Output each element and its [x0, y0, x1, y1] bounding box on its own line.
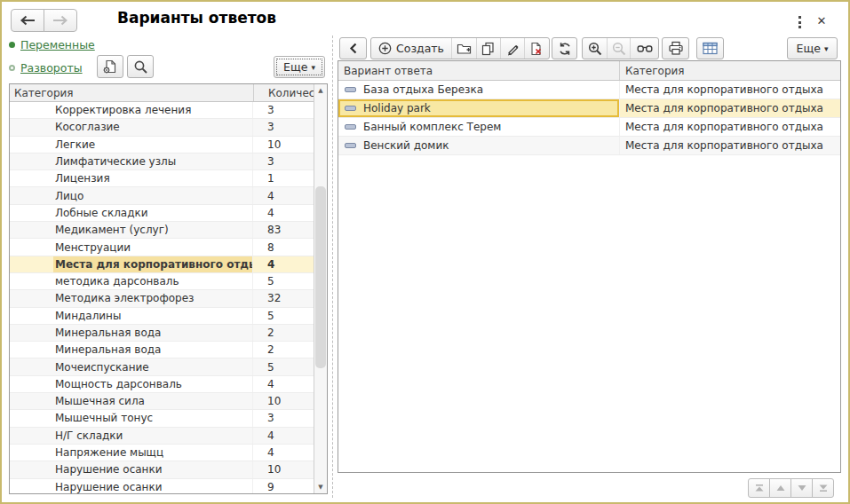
view-settings-button[interactable] — [630, 38, 658, 59]
count-cell[interactable]: 5 — [253, 358, 314, 374]
category-cell[interactable]: Места для корпоративного отдыха — [10, 256, 253, 272]
category-cell[interactable]: Лимфатические узлы — [10, 154, 253, 169]
go-up-button[interactable] — [769, 478, 791, 498]
category-cell[interactable]: Медикамент (услуг) — [10, 222, 253, 238]
category-cell[interactable]: методика дарсонваль — [10, 273, 253, 289]
column-header-category[interactable]: Категория — [10, 87, 253, 99]
table-row[interactable]: Лимфатические узлы3 — [10, 154, 314, 170]
table-row[interactable]: Мышечная сила10 — [10, 393, 314, 410]
table-row[interactable]: Holiday parkМеста для корпоративного отд… — [338, 99, 840, 118]
table-row[interactable]: методика дарсонваль5 — [10, 273, 314, 290]
category-cell[interactable]: Мочеиспускание — [10, 358, 253, 374]
search-button[interactable] — [127, 55, 154, 78]
delete-button[interactable] — [524, 38, 549, 59]
count-cell[interactable]: 3 — [253, 102, 314, 118]
table-row[interactable]: Корректировка лечения3 — [10, 102, 314, 119]
table-row[interactable]: Места для корпоративного отдыха4 — [10, 256, 314, 273]
table-row[interactable]: Лицензия1 — [10, 170, 314, 187]
category-cell[interactable]: Места для корпоративного отдыха — [619, 99, 840, 117]
count-cell[interactable]: 83 — [253, 222, 314, 238]
table-row[interactable]: Нарушение осанки10 — [10, 461, 314, 478]
table-row[interactable]: Банный комплекс ТеремМеста для корпорати… — [338, 118, 840, 137]
panel-splitter[interactable] — [332, 35, 335, 498]
table-row[interactable]: Косоглазие3 — [10, 119, 314, 136]
right-more-button[interactable]: Еще ▾ — [787, 37, 838, 59]
count-cell[interactable]: 2 — [253, 342, 314, 358]
answer-cell[interactable]: Банный комплекс Терем — [338, 118, 619, 136]
count-cell[interactable]: 9 — [253, 479, 314, 493]
table-row[interactable]: Медикамент (услуг)83 — [10, 222, 314, 239]
count-cell[interactable]: 3 — [253, 119, 314, 135]
count-cell[interactable]: 8 — [253, 239, 314, 255]
list-settings-button[interactable] — [97, 55, 123, 78]
table-row[interactable]: Мощность дарсонваль4 — [10, 376, 314, 393]
table-row[interactable]: Менструации8 — [10, 239, 314, 256]
category-cell[interactable]: Мощность дарсонваль — [10, 376, 253, 392]
category-cell[interactable]: Места для корпоративного отдыха — [619, 118, 840, 136]
count-cell[interactable]: 2 — [253, 325, 314, 341]
category-cell[interactable]: Места для корпоративного отдыха — [619, 81, 840, 98]
count-cell[interactable]: 4 — [253, 187, 314, 203]
close-icon[interactable]: ✕ — [813, 12, 830, 29]
table-row[interactable]: Н/Г складки4 — [10, 428, 314, 445]
vertical-scrollbar[interactable]: ▲ ▼ — [314, 84, 327, 493]
count-cell[interactable]: 3 — [253, 154, 314, 169]
left-more-button[interactable]: Еще ▾ — [274, 56, 325, 78]
column-header-answer[interactable]: Вариант ответа — [338, 65, 619, 77]
category-cell[interactable]: Минеральная вода — [10, 342, 253, 358]
table-row[interactable]: Напряжение мыщц4 — [10, 445, 314, 461]
category-cell[interactable]: Миндалины — [10, 308, 253, 324]
count-cell[interactable]: 10 — [253, 137, 314, 153]
table-row[interactable]: Мышечный тонус3 — [10, 410, 314, 427]
table-row[interactable]: Венский домикМеста для корпоративного от… — [338, 137, 840, 155]
category-cell[interactable]: Напряжение мыщц — [10, 445, 253, 461]
go-down-button[interactable] — [790, 478, 813, 498]
table-row[interactable]: Минеральная вода2 — [10, 325, 314, 342]
answer-cell[interactable]: Венский домик — [338, 137, 619, 154]
category-cell[interactable]: Мышечный тонус — [10, 410, 253, 426]
link-razvoroty[interactable]: Развороты — [20, 61, 83, 75]
scroll-down-icon[interactable]: ▼ — [314, 481, 327, 493]
category-cell[interactable]: Н/Г складки — [10, 428, 253, 444]
table-row[interactable]: Миндалины5 — [10, 308, 314, 325]
category-cell[interactable]: Лобные складки — [10, 205, 253, 221]
answer-cell[interactable]: Holiday park — [338, 99, 619, 117]
category-cell[interactable]: Лицензия — [10, 170, 253, 186]
forward-button[interactable] — [44, 9, 77, 32]
count-cell[interactable]: 5 — [253, 273, 314, 289]
count-cell[interactable]: 10 — [253, 461, 314, 477]
table-row[interactable]: Методика электрофорез32 — [10, 290, 314, 307]
category-cell[interactable]: Лицо — [10, 187, 253, 203]
create-button[interactable]: Создать — [371, 38, 451, 59]
output-list-button[interactable] — [696, 37, 724, 59]
category-cell[interactable]: Мышечная сила — [10, 393, 253, 409]
refresh-button[interactable] — [552, 37, 577, 59]
column-header-count[interactable]: Количество — [253, 84, 314, 101]
count-cell[interactable]: 4 — [253, 445, 314, 461]
category-cell[interactable]: Менструации — [10, 239, 253, 255]
answer-cell[interactable]: База отдыха Березка — [338, 81, 619, 98]
category-cell[interactable]: Нарушение осанки — [10, 461, 253, 477]
category-cell[interactable]: Корректировка лечения — [10, 102, 253, 118]
count-cell[interactable]: 4 — [253, 256, 314, 272]
table-row[interactable]: Лобные складки4 — [10, 205, 314, 222]
count-cell[interactable]: 3 — [253, 410, 314, 426]
zoom-in-button[interactable] — [583, 38, 607, 59]
category-cell[interactable]: Минеральная вода — [10, 325, 253, 341]
column-header-category[interactable]: Категория — [619, 61, 840, 80]
table-row[interactable]: Легкие10 — [10, 137, 314, 154]
table-row[interactable]: Мочеиспускание5 — [10, 358, 314, 375]
count-cell[interactable]: 32 — [253, 290, 314, 306]
table-row[interactable]: Нарушение осанки9 — [10, 479, 314, 493]
count-cell[interactable]: 4 — [253, 428, 314, 444]
zoom-out-button[interactable] — [607, 38, 630, 59]
go-last-button[interactable] — [812, 478, 834, 498]
table-row[interactable]: Лицо4 — [10, 187, 314, 204]
count-cell[interactable]: 10 — [253, 393, 314, 409]
copy-button[interactable] — [476, 38, 500, 59]
back-button[interactable] — [11, 9, 44, 32]
count-cell[interactable]: 5 — [253, 308, 314, 324]
kebab-menu-icon[interactable] — [793, 14, 806, 30]
table-row[interactable]: База отдыха БерезкаМеста для корпоративн… — [338, 81, 840, 99]
create-group-button[interactable] — [451, 38, 476, 59]
